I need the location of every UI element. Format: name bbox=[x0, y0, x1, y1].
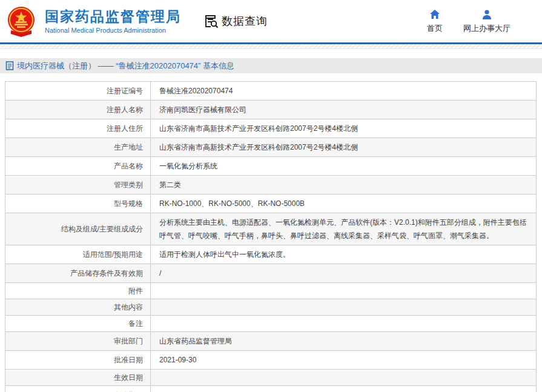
row-value bbox=[151, 283, 536, 299]
breadcrumb-text: 境内医疗器械（注册） —— “鲁械注准20202070474” 基本信息 bbox=[17, 61, 234, 71]
breadcrumb: 境内医疗器械（注册） —— “鲁械注准20202070474” 基本信息 bbox=[0, 58, 542, 73]
table-row: 生效日期 bbox=[5, 370, 536, 386]
row-value bbox=[151, 370, 536, 385]
hatched-strip bbox=[0, 44, 542, 49]
document-magnifier-icon bbox=[204, 14, 219, 28]
row-label: 有效期至 bbox=[5, 386, 151, 392]
brand-titles: 国家药品监督管理局 National Medical Products Admi… bbox=[45, 8, 181, 35]
header: 国家药品监督管理局 National Medical Products Admi… bbox=[0, 0, 542, 42]
row-value: 一氧化氮分析系统 bbox=[151, 157, 536, 175]
table-row: 附件 bbox=[5, 283, 536, 299]
row-value: / bbox=[151, 264, 536, 282]
table-row: 其他内容 bbox=[5, 299, 536, 316]
row-label: 适用范围/预期用途 bbox=[5, 245, 151, 264]
row-label: 注册人名称 bbox=[5, 101, 151, 119]
table-row: 备注 bbox=[5, 316, 536, 332]
site-title-en: National Medical Products Administration bbox=[45, 27, 181, 34]
row-value: 山东省药品监督管理局 bbox=[151, 332, 536, 350]
table-row: 产品储存条件及有效期 / bbox=[5, 264, 536, 283]
row-value: 山东省济南市高新技术产业开发区科创路2007号2号楼4楼北侧 bbox=[151, 119, 536, 138]
row-value: 分析系统主要由主机、电源适配器、一氧化氮检测单元、产品软件(版本：V2.0.1)… bbox=[151, 213, 536, 245]
row-label: 其他内容 bbox=[5, 299, 151, 315]
national-emblem-logo bbox=[5, 5, 38, 38]
row-value bbox=[151, 299, 536, 315]
table-row: 注册证编号 鲁械注准20202070474 bbox=[5, 82, 536, 101]
row-value: 山东省济南市高新技术产业开发区科创路2007号2号楼4楼北侧 bbox=[151, 138, 536, 156]
row-label: 注册人住所 bbox=[5, 119, 151, 138]
table-row-structure: 结构及组成/主要组成成分 分析系统主要由主机、电源适配器、一氧化氮检测单元、产品… bbox=[5, 213, 536, 245]
row-value: 第二类 bbox=[151, 176, 536, 194]
row-label: 生效日期 bbox=[5, 370, 151, 385]
row-value: 2025-04-28 bbox=[151, 386, 536, 392]
table-row: 适用范围/预期用途 适用于检测人体呼出气中一氧化氮浓度。 bbox=[5, 245, 536, 264]
page: 国家药品监督管理局 National Medical Products Admi… bbox=[0, 0, 542, 392]
nav-online-service-hall[interactable]: 网上办事大厅 bbox=[463, 8, 511, 34]
row-label: 型号规格 bbox=[5, 194, 151, 213]
row-label: 生产地址 bbox=[5, 138, 151, 156]
table-row: 批准日期 2021-09-30 bbox=[5, 351, 536, 370]
row-value bbox=[151, 316, 536, 331]
home-icon bbox=[429, 8, 441, 21]
row-value: 济南闰凯医疗器械有限公司 bbox=[151, 101, 536, 119]
row-value: RK-NO-1000、RK-NO-5000、RK-NO-5000B bbox=[151, 194, 536, 213]
row-label: 注册证编号 bbox=[5, 82, 151, 100]
row-label: 附件 bbox=[5, 283, 151, 299]
row-label: 产品储存条件及有效期 bbox=[5, 264, 151, 282]
table-row: 生产地址 山东省济南市高新技术产业开发区科创路2007号2号楼4楼北侧 bbox=[5, 138, 536, 157]
row-label: 备注 bbox=[5, 316, 151, 331]
row-value: 鲁械注准20202070474 bbox=[151, 82, 536, 100]
row-label: 结构及组成/主要组成成分 bbox=[5, 213, 151, 245]
row-label: 审批部门 bbox=[5, 332, 151, 350]
table-row: 管理类别 第二类 bbox=[5, 176, 536, 194]
table-row: 注册人住所 山东省济南市高新技术产业开发区科创路2007号2号楼4楼北侧 bbox=[5, 119, 536, 138]
nav-home[interactable]: 首页 bbox=[427, 8, 443, 34]
row-value: 适用于检测人体呼出气中一氧化氮浓度。 bbox=[151, 245, 536, 264]
site-title-cn: 国家药品监督管理局 bbox=[45, 8, 181, 25]
row-value: 2021-09-30 bbox=[151, 351, 536, 369]
person-icon bbox=[481, 8, 493, 21]
nav-home-label: 首页 bbox=[427, 23, 443, 34]
row-label: 批准日期 bbox=[5, 351, 151, 369]
row-label: 管理类别 bbox=[5, 176, 151, 194]
table-row: 产品名称 一氧化氮分析系统 bbox=[5, 157, 536, 176]
header-nav: 首页 网上办事大厅 bbox=[427, 8, 531, 34]
table-row: 审批部门 山东省药品监督管理局 bbox=[5, 332, 536, 351]
registration-info-table: 注册证编号 鲁械注准20202070474 注册人名称 济南闰凯医疗器械有限公司… bbox=[5, 81, 537, 392]
row-label: 产品名称 bbox=[5, 157, 151, 175]
table-row: 注册人名称 济南闰凯医疗器械有限公司 bbox=[5, 101, 536, 119]
nav-hall-label: 网上办事大厅 bbox=[463, 23, 511, 34]
table-row: 有效期至 2025-04-28 bbox=[5, 386, 536, 392]
document-icon bbox=[5, 61, 14, 70]
data-query-tab[interactable]: 数据查询 bbox=[204, 14, 268, 28]
data-query-label: 数据查询 bbox=[222, 14, 268, 28]
table-row: 型号规格 RK-NO-1000、RK-NO-5000、RK-NO-5000B bbox=[5, 194, 536, 213]
